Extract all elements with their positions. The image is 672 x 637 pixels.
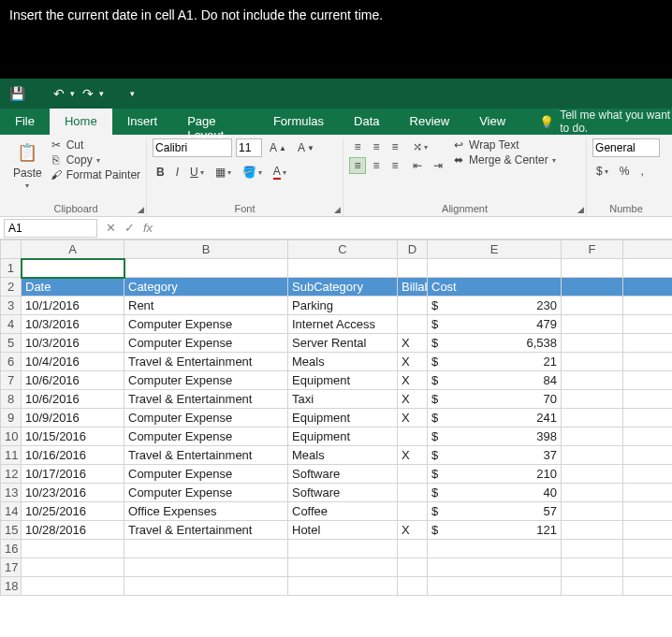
row-header[interactable]: 5 <box>1 334 22 353</box>
cell[interactable]: Software <box>288 465 398 484</box>
merge-center-button[interactable]: ⬌Merge & Center▾ <box>452 153 556 166</box>
tab-formulas[interactable]: Formulas <box>258 109 339 135</box>
cell[interactable]: Computer Expense <box>124 465 288 484</box>
cell[interactable] <box>623 297 673 315</box>
number-format-select[interactable] <box>592 138 660 157</box>
cell[interactable] <box>623 334 673 353</box>
tab-view[interactable]: View <box>464 109 520 135</box>
col-header[interactable]: E <box>428 240 562 259</box>
cell[interactable]: $21 <box>428 353 562 371</box>
cell[interactable]: Taxi <box>288 390 398 409</box>
align-left-icon[interactable]: ≡ <box>349 157 366 174</box>
row-header[interactable]: 10 <box>1 427 22 446</box>
cell[interactable]: Rent <box>124 297 288 315</box>
cell[interactable] <box>623 521 673 540</box>
format-painter-button[interactable]: 🖌Format Painter <box>50 168 140 181</box>
cell[interactable] <box>562 334 623 353</box>
row-header[interactable]: 17 <box>1 558 22 577</box>
cell[interactable]: $210 <box>428 465 562 484</box>
cell[interactable] <box>623 315 673 334</box>
cell[interactable]: 10/3/2016 <box>22 334 124 353</box>
borders-button[interactable]: ▦▾ <box>212 164 235 181</box>
col-header[interactable]: F <box>562 240 623 259</box>
cell[interactable] <box>428 558 562 577</box>
cell[interactable]: Date <box>22 278 124 297</box>
cell[interactable]: 10/1/2016 <box>22 297 124 315</box>
cell[interactable] <box>623 409 673 427</box>
cell[interactable] <box>398 558 428 577</box>
cell[interactable] <box>562 371 623 390</box>
cell[interactable]: Office Expenses <box>124 502 288 521</box>
cell[interactable] <box>398 484 428 502</box>
spreadsheet-grid[interactable]: A B C D E F 1 2 Date Category SubCategor… <box>0 239 672 596</box>
cell[interactable]: X <box>398 334 428 353</box>
row-header[interactable]: 16 <box>1 540 22 558</box>
underline-button[interactable]: U▾ <box>186 164 208 181</box>
row-header[interactable]: 3 <box>1 297 22 315</box>
cell[interactable] <box>124 259 288 278</box>
cell[interactable]: Server Rental <box>288 334 398 353</box>
wrap-text-button[interactable]: ↩Wrap Text <box>452 138 556 152</box>
cell[interactable] <box>623 577 673 596</box>
cell[interactable]: Travel & Entertainment <box>124 353 288 371</box>
cell[interactable] <box>428 540 562 558</box>
row-header[interactable]: 2 <box>1 278 22 297</box>
cell[interactable]: Computer Expense <box>124 315 288 334</box>
cell[interactable] <box>288 259 398 278</box>
cell[interactable] <box>398 259 428 278</box>
cell[interactable]: 10/4/2016 <box>22 353 124 371</box>
cell[interactable]: 10/6/2016 <box>22 371 124 390</box>
tab-page-layout[interactable]: Page Layout <box>172 109 258 135</box>
row-header[interactable]: 15 <box>1 521 22 540</box>
cell[interactable]: Meals <box>288 446 398 465</box>
qat-customize-icon[interactable]: ▾ <box>130 89 135 98</box>
cell[interactable] <box>562 577 623 596</box>
align-bottom-icon[interactable]: ≡ <box>387 138 403 155</box>
row-header[interactable]: 8 <box>1 390 22 409</box>
cell[interactable]: $398 <box>428 427 562 446</box>
cell[interactable]: Equipment <box>288 427 398 446</box>
cell[interactable] <box>22 577 124 596</box>
row-header[interactable]: 14 <box>1 502 22 521</box>
row-header[interactable]: 18 <box>1 577 22 596</box>
cell[interactable] <box>398 502 428 521</box>
row-header[interactable]: 1 <box>1 259 22 278</box>
cell[interactable] <box>288 558 398 577</box>
fill-color-button[interactable]: 🪣▾ <box>239 164 266 181</box>
formula-input[interactable] <box>157 218 672 239</box>
alignment-launcher-icon[interactable]: ◢ <box>577 205 584 214</box>
cell[interactable] <box>22 540 124 558</box>
font-color-button[interactable]: A▾ <box>270 163 290 181</box>
cell[interactable] <box>623 502 673 521</box>
cell[interactable]: $57 <box>428 502 562 521</box>
percent-button[interactable]: % <box>616 163 634 180</box>
tab-home[interactable]: Home <box>50 109 112 135</box>
align-center-icon[interactable]: ≡ <box>368 157 385 174</box>
cell[interactable]: 10/3/2016 <box>22 315 124 334</box>
cell[interactable]: $70 <box>428 390 562 409</box>
row-header[interactable]: 6 <box>1 353 22 371</box>
cell[interactable]: Internet Access <box>288 315 398 334</box>
font-size-select[interactable] <box>236 138 262 157</box>
cancel-formula-icon[interactable]: ✕ <box>101 221 120 235</box>
cell[interactable] <box>288 577 398 596</box>
cell[interactable] <box>623 484 673 502</box>
cell[interactable] <box>562 558 623 577</box>
cell[interactable]: $84 <box>428 371 562 390</box>
cell[interactable] <box>623 259 673 278</box>
cell[interactable] <box>398 465 428 484</box>
cell[interactable]: Computer Expense <box>124 371 288 390</box>
cell[interactable]: Software <box>288 484 398 502</box>
cell[interactable] <box>398 427 428 446</box>
cell[interactable]: Travel & Entertainment <box>124 446 288 465</box>
cell[interactable] <box>124 558 288 577</box>
row-header[interactable]: 9 <box>1 409 22 427</box>
cell[interactable] <box>562 465 623 484</box>
cell[interactable] <box>623 371 673 390</box>
col-header[interactable]: A <box>22 240 124 259</box>
cell[interactable] <box>562 446 623 465</box>
cell[interactable]: Equipment <box>288 371 398 390</box>
row-header[interactable]: 12 <box>1 465 22 484</box>
cell[interactable] <box>623 278 673 297</box>
redo-icon[interactable]: ↷ <box>82 86 94 101</box>
